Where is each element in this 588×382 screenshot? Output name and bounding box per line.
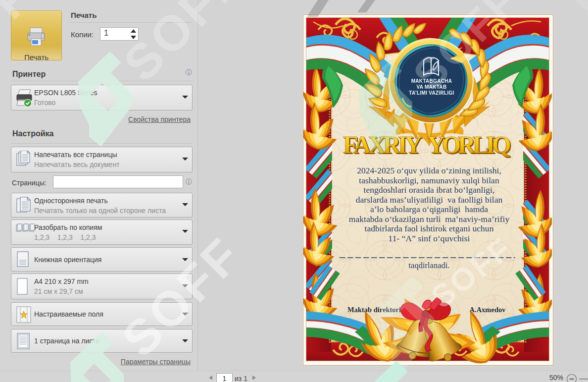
svg-text:FAXRIY: FAXRIY bbox=[343, 131, 422, 159]
svg-text:Maktab direktori: Maktab direktori bbox=[347, 306, 401, 314]
svg-text:F: F bbox=[554, 0, 588, 22]
svg-text:YORLIQ: YORLIQ bbox=[427, 131, 511, 159]
svg-text:VA MAKTAB: VA MAKTAB bbox=[417, 84, 447, 90]
svg-text:tadbirlarda faol ishtirok etga: tadbirlarda faol ishtirok etgani uchun bbox=[365, 223, 494, 233]
svg-text:TA’LIMI VAZIRLIGI: TA’LIMI VAZIRLIGI bbox=[409, 90, 454, 96]
svg-text:A.Axmedov: A.Axmedov bbox=[470, 306, 506, 314]
svg-text:a’lo baholarga o‘qiganligi ha: a’lo baholarga o‘qiganligi hamda bbox=[370, 204, 488, 214]
svg-text:tengdoshlari orasida ibrat bo‘: tengdoshlari orasida ibrat bo‘lganligi, bbox=[364, 185, 495, 195]
svg-text:taqdirlanadi.: taqdirlanadi. bbox=[409, 261, 450, 270]
svg-text:maktabda o‘tkazilgan turli ma: maktabda o‘tkazilgan turli ma’naviy-ma’r… bbox=[349, 214, 510, 224]
svg-text:2024-2025 o‘quv yilida o‘zinin: 2024-2025 o‘quv yilida o‘zining intilish… bbox=[357, 165, 501, 175]
svg-text:11- “A” sinf o‘quvchisi: 11- “A” sinf o‘quvchisi bbox=[389, 233, 470, 243]
svg-text:tashabbuskorligi, namunaviy xu: tashabbuskorligi, namunaviy xulqi bilan bbox=[359, 175, 499, 185]
svg-text:darslarda mas’uliyatliligi va: darslarda mas’uliyatliligi va faolligi b… bbox=[356, 195, 503, 205]
svg-text:MAKTABGACHA: MAKTABGACHA bbox=[411, 78, 452, 84]
